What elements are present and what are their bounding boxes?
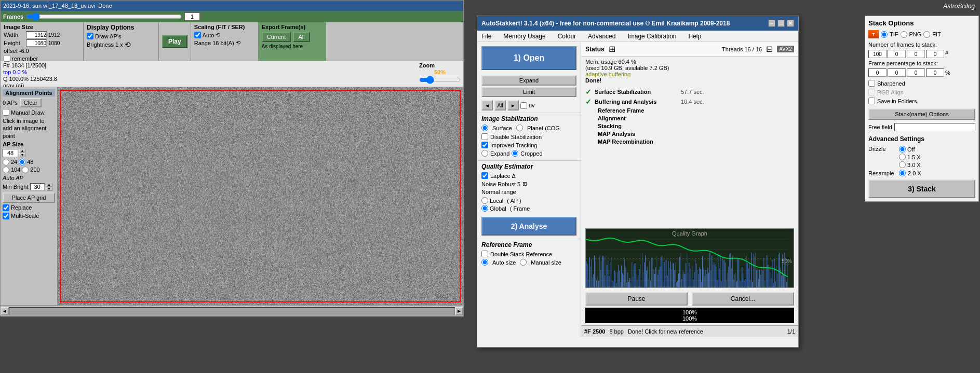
drizzle-1-5-radio[interactable] — [899, 154, 906, 160]
draw-aps-label: Draw AP's — [95, 33, 121, 39]
menu-file[interactable]: File — [479, 32, 493, 41]
ap-size-104-radio[interactable] — [3, 167, 9, 173]
menu-image-cal[interactable]: Image Calibration — [625, 32, 678, 41]
as-title-text: AutoStakkert! 3.1.4 (x64) - free for non… — [481, 20, 730, 27]
stack-input-4[interactable] — [926, 50, 944, 58]
stack-button[interactable]: 3) Stack — [868, 179, 975, 198]
disable-stab-checkbox[interactable] — [481, 133, 488, 140]
pct-input-1[interactable] — [868, 68, 887, 77]
open-button[interactable]: 1) Open — [481, 46, 576, 70]
auto-checkbox[interactable] — [194, 32, 201, 38]
tif-radio[interactable] — [881, 31, 888, 38]
as-displayed-text: As displayed here — [262, 44, 323, 49]
expand-button[interactable]: Expand — [481, 75, 576, 86]
scroll-left-button[interactable]: ◄ — [1, 307, 9, 315]
range-icon[interactable]: ⟲ — [236, 39, 240, 46]
surface-radio[interactable] — [481, 125, 488, 131]
manual-size-radio[interactable] — [520, 259, 527, 266]
status-icon[interactable]: ⊞ — [609, 44, 615, 54]
ap-size-up[interactable]: ▲ — [19, 149, 25, 153]
menu-colour[interactable]: Colour — [556, 32, 578, 41]
laplace-checkbox[interactable] — [481, 172, 488, 179]
play-button[interactable]: Play — [162, 35, 187, 48]
limit-button[interactable]: Limit — [481, 87, 576, 97]
zoom-slider[interactable] — [419, 76, 461, 84]
analyse-button[interactable]: 2) Analyse — [481, 217, 576, 236]
info-left: F# 1834 [1/2500] top 0.0 % Q 100.0% 1250… — [3, 62, 57, 89]
pct-input-3[interactable] — [907, 68, 925, 77]
threads-icon[interactable]: ⊟ — [766, 44, 773, 54]
auto-size-radio[interactable] — [481, 259, 488, 266]
menu-help[interactable]: Help — [687, 32, 704, 41]
stack-name-button[interactable]: Stack(name) Options — [868, 108, 975, 120]
fit-radio[interactable] — [923, 31, 930, 38]
improved-tracking-checkbox[interactable] — [481, 142, 488, 148]
rgb-align-checkbox[interactable] — [868, 89, 875, 95]
frames-slider[interactable] — [26, 14, 182, 19]
drizzle-off-radio[interactable] — [899, 146, 906, 153]
uv-checkbox[interactable] — [520, 102, 527, 109]
planet-radio[interactable] — [516, 125, 523, 131]
height-input[interactable] — [26, 39, 47, 47]
minimize-button[interactable]: ─ — [768, 20, 775, 27]
expand-radio[interactable] — [481, 150, 488, 157]
menu-memory[interactable]: Memory Usage — [501, 32, 547, 41]
ap-size-input[interactable] — [3, 149, 18, 157]
remember-checkbox[interactable] — [4, 55, 10, 62]
progress-bottom: 100% — [587, 315, 793, 322]
frames-input[interactable] — [184, 12, 200, 21]
replace-checkbox[interactable] — [3, 204, 9, 211]
multi-scale-checkbox[interactable] — [3, 213, 9, 219]
tif-label: TIF — [890, 31, 898, 37]
close-button[interactable]: ✕ — [787, 20, 794, 27]
nav-prev[interactable]: ◄ — [481, 100, 493, 110]
save-folders-checkbox[interactable] — [868, 98, 875, 104]
ap-size-down[interactable]: ▼ — [19, 153, 25, 157]
drizzle-3-radio[interactable] — [899, 161, 906, 168]
sharpened-checkbox[interactable] — [868, 80, 875, 87]
min-bright-down[interactable]: ▼ — [46, 187, 52, 191]
scaling-block: Scaling (FIT / SER) Auto ⟲ Range 16 bit(… — [191, 22, 259, 61]
nav-all[interactable]: All — [494, 100, 506, 110]
image-display[interactable] — [58, 87, 463, 305]
local-radio[interactable] — [481, 197, 488, 204]
min-bright-input[interactable] — [30, 183, 45, 190]
stack-input-2[interactable] — [888, 50, 906, 58]
stack-input-1[interactable] — [868, 50, 887, 58]
min-bright-up[interactable]: ▲ — [46, 183, 52, 187]
place-ap-button[interactable]: Place AP grid — [3, 192, 55, 203]
free-field-input[interactable] — [894, 123, 975, 131]
width-input[interactable] — [26, 31, 47, 38]
draw-aps-checkbox[interactable] — [87, 33, 93, 39]
brightness-icon[interactable]: ⟲ — [125, 40, 131, 49]
ap-size-200-radio[interactable] — [22, 167, 29, 173]
global-radio[interactable] — [481, 205, 488, 212]
png-radio[interactable] — [901, 31, 907, 38]
pct-input-2[interactable] — [888, 68, 906, 77]
nav-next[interactable]: ► — [507, 100, 519, 110]
resample-2-radio[interactable] — [899, 170, 906, 176]
cropped-radio[interactable] — [512, 150, 518, 157]
title-status: Done — [98, 3, 112, 9]
noise-icon[interactable]: ⊞ — [522, 181, 527, 187]
scroll-track[interactable] — [9, 307, 455, 315]
frame-paren-label: ( Frame — [510, 205, 530, 212]
menu-advanced[interactable]: Advanced — [586, 32, 617, 41]
current-button[interactable]: Current — [262, 32, 291, 42]
ap-size-48-radio[interactable] — [19, 159, 25, 165]
pct-input-4[interactable] — [926, 68, 944, 77]
double-stack-checkbox[interactable] — [481, 251, 488, 257]
ap-size-24-radio[interactable] — [3, 159, 9, 165]
all-button[interactable]: All — [293, 32, 310, 42]
scroll-right-button[interactable]: ► — [455, 307, 463, 315]
pause-button[interactable]: Pause — [585, 292, 688, 306]
stack-input-3[interactable] — [907, 50, 925, 58]
fit-label: FIT — [932, 31, 941, 37]
image-canvas[interactable] — [58, 87, 463, 305]
scaling-icon[interactable]: ⟲ — [216, 32, 220, 38]
manual-draw-checkbox[interactable] — [3, 109, 9, 116]
maximize-button[interactable]: □ — [777, 20, 785, 27]
clear-button[interactable]: Clear — [20, 98, 42, 107]
drizzle-off-row: Off — [899, 146, 921, 153]
cancel-button[interactable]: Cancel... — [692, 292, 794, 306]
